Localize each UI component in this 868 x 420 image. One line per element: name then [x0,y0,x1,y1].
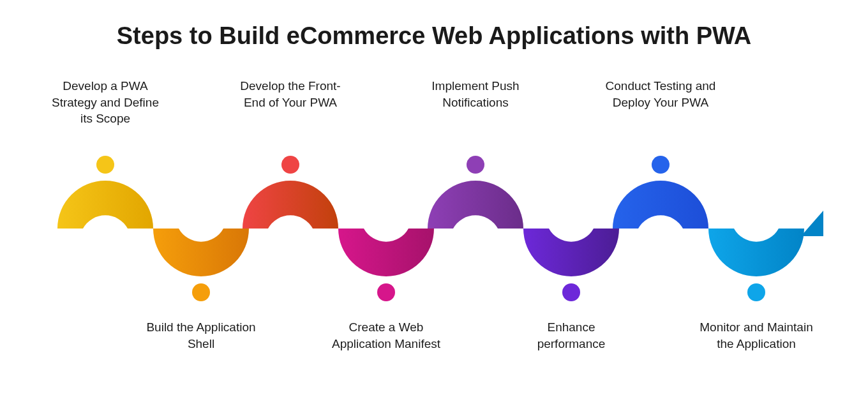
svg-point-3 [377,283,395,301]
step-4-label: Create a Web Application Manifest [329,319,444,352]
step-8-label: Monitor and Maintain the Application [699,319,814,352]
step-2-label: Build the Application Shell [144,319,258,352]
wave-diagram [0,0,868,420]
step-5-arc [428,156,523,229]
step-2-arc [153,229,249,301]
step-1-arc [57,156,153,229]
svg-point-2 [281,156,299,174]
svg-point-6 [652,156,670,174]
step-3-label: Develop the Front-End of Your PWA [233,78,348,110]
svg-point-5 [562,283,580,301]
step-1-label: Develop a PWA Strategy and Define its Sc… [48,78,163,127]
step-5-label: Implement Push Notifications [418,78,533,110]
step-6-label: Enhance performance [514,319,629,352]
step-3-arc [243,156,338,229]
arrow-head-icon [801,211,823,236]
svg-point-0 [96,156,114,174]
svg-point-4 [467,156,484,174]
step-7-arc [613,156,708,229]
step-6-arc [523,229,619,301]
step-8-arc [708,229,804,301]
step-7-label: Conduct Testing and Deploy Your PWA [603,78,718,110]
svg-point-1 [192,283,210,301]
step-4-arc [338,229,434,301]
svg-point-7 [747,283,765,301]
